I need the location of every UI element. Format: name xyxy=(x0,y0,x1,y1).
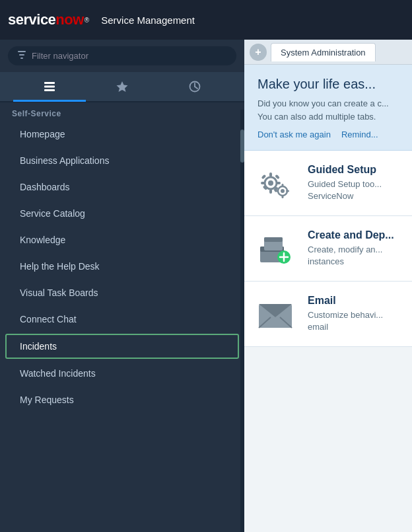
main-layout: Self-Service Homepage Business Applicati… xyxy=(0,40,412,532)
sidebar-tabs xyxy=(0,72,244,102)
card-create-deploy[interactable]: Create and Dep... Create, modify an... i… xyxy=(244,216,412,282)
nav-item-watched-incidents[interactable]: Watched Incidents xyxy=(0,360,244,387)
svg-rect-15 xyxy=(276,182,281,184)
email-title: Email xyxy=(308,295,401,307)
nav-item-connect-chat[interactable]: Connect Chat xyxy=(0,306,244,332)
nav-item-help-desk[interactable]: Help the Help Desk xyxy=(0,253,244,280)
tab-history[interactable] xyxy=(158,73,231,102)
nav-item-business-applications[interactable]: Business Applications xyxy=(0,147,244,174)
filter-icon xyxy=(17,50,26,61)
svg-rect-2 xyxy=(20,57,23,59)
svg-rect-14 xyxy=(261,182,265,184)
welcome-title: Make your life eas... xyxy=(258,77,399,92)
card-email[interactable]: Email Customize behavi... email xyxy=(244,282,412,347)
svg-rect-22 xyxy=(282,184,284,187)
nav-item-knowledge[interactable]: Knowledge xyxy=(0,227,244,253)
svg-rect-23 xyxy=(282,195,284,198)
svg-rect-3 xyxy=(44,82,55,84)
svg-rect-1 xyxy=(19,54,24,56)
create-deploy-desc: Create, modify an... instances xyxy=(308,244,401,268)
cards-area: Guided Setup Guided Setup too... Service… xyxy=(244,151,412,532)
app-title: Service Management xyxy=(101,15,195,26)
filter-input-wrap[interactable] xyxy=(8,46,236,65)
svg-line-9 xyxy=(195,87,197,89)
svg-rect-24 xyxy=(275,190,278,192)
svg-rect-4 xyxy=(44,85,55,87)
logo-now-text: now xyxy=(55,11,84,28)
welcome-description: Did you know you can create a c...You ca… xyxy=(258,97,399,123)
content-area: + System Administration Make your life e… xyxy=(244,40,412,532)
scrollbar-thumb[interactable] xyxy=(240,130,244,163)
svg-rect-5 xyxy=(44,89,55,91)
svg-rect-25 xyxy=(286,190,289,192)
tab-bar: + System Administration xyxy=(244,40,412,65)
svg-rect-29 xyxy=(264,237,283,242)
tab-favorites[interactable] xyxy=(86,73,158,102)
card-create-deploy-text: Create and Dep... Create, modify an... i… xyxy=(308,229,401,268)
app-logo: servicenow® xyxy=(8,11,89,28)
svg-rect-12 xyxy=(269,172,272,177)
welcome-actions: Don't ask me again Remind... xyxy=(258,130,399,139)
create-deploy-title: Create and Dep... xyxy=(308,229,401,241)
svg-point-21 xyxy=(281,189,285,193)
nav-item-service-catalog[interactable]: Service Catalog xyxy=(0,200,244,227)
create-deploy-icon xyxy=(255,228,296,269)
nav-section-label: Self-Service xyxy=(0,102,244,121)
tab-nav[interactable] xyxy=(13,73,86,102)
filter-nav-container xyxy=(0,40,244,72)
nav-item-visual-task-boards[interactable]: Visual Task Boards xyxy=(0,280,244,306)
nav-items-list: Self-Service Homepage Business Applicati… xyxy=(0,102,244,532)
dont-ask-again-link[interactable]: Don't ask me again xyxy=(258,130,331,139)
logo-service-text: service xyxy=(8,11,55,28)
email-desc: Customize behavi... email xyxy=(308,309,401,333)
nav-item-my-requests[interactable]: My Requests xyxy=(0,387,244,413)
nav-item-incidents[interactable]: Incidents xyxy=(5,334,239,359)
guided-setup-title: Guided Setup xyxy=(308,164,401,176)
card-email-text: Email Customize behavi... email xyxy=(308,295,401,333)
guided-setup-desc: Guided Setup too... ServiceNow xyxy=(308,178,401,202)
add-tab-button[interactable]: + xyxy=(250,44,267,61)
app-header: servicenow® Service Management xyxy=(0,0,412,40)
filter-input[interactable] xyxy=(32,51,227,61)
nav-item-homepage[interactable]: Homepage xyxy=(0,121,244,147)
card-guided-setup[interactable]: Guided Setup Guided Setup too... Service… xyxy=(244,151,412,216)
guided-setup-icon xyxy=(255,163,296,204)
nav-item-dashboards[interactable]: Dashboards xyxy=(0,174,244,200)
sidebar: Self-Service Homepage Business Applicati… xyxy=(0,40,244,532)
svg-point-11 xyxy=(268,180,273,186)
card-guided-setup-text: Guided Setup Guided Setup too... Service… xyxy=(308,164,401,202)
scrollbar-track[interactable] xyxy=(240,110,244,532)
svg-rect-18 xyxy=(263,185,268,190)
welcome-banner: Make your life eas... Did you know you c… xyxy=(244,65,412,151)
email-icon xyxy=(255,293,296,334)
logo-reg-text: ® xyxy=(85,17,89,24)
svg-rect-13 xyxy=(269,189,272,194)
tab-system-administration[interactable]: System Administration xyxy=(271,43,376,61)
svg-rect-0 xyxy=(18,51,26,52)
remind-link[interactable]: Remind... xyxy=(341,130,378,139)
svg-marker-6 xyxy=(117,81,128,92)
